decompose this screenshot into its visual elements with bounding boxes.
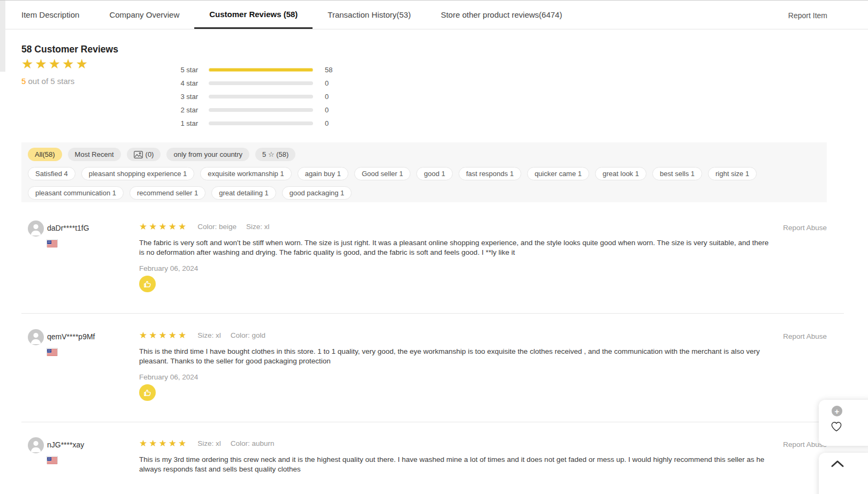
reviewer-name: qemV****p9Mf	[47, 332, 95, 341]
review-item: nJG****xay★★★★★Size: xlColor: auburnThis…	[0, 434, 868, 494]
filter-chip-0[interactable]: (0)	[127, 148, 161, 161]
score-suffix: out of 5 stars	[28, 77, 75, 86]
tab-store-other-product-reviews-6474[interactable]: Store other product reviews(6474)	[426, 1, 577, 29]
tag-chip-good-packaging-1[interactable]: good packaging 1	[282, 186, 352, 200]
histogram-count: 0	[325, 119, 329, 127]
user-avatar-icon	[28, 437, 44, 453]
score-number: 5	[21, 77, 26, 86]
reviewer-name: nJG****xay	[47, 440, 84, 449]
tag-chip-again-buy-1[interactable]: again buy 1	[298, 167, 348, 180]
histogram-row: 4 star0	[177, 77, 332, 90]
histogram-bar-fill	[209, 68, 313, 72]
user-avatar-icon	[28, 221, 44, 237]
review-text: The fabric is very soft and won't be sti…	[139, 238, 773, 257]
us-flag-icon	[47, 240, 57, 247]
tag-chip-good-seller-1[interactable]: Good seller 1	[354, 167, 410, 180]
tag-chip-great-detailing-1[interactable]: great detailing 1	[211, 186, 276, 200]
review-divider	[21, 313, 844, 314]
review-item: qemV****p9Mf★★★★★Size: xlColor: goldThis…	[0, 325, 868, 422]
tag-chip-pleasant-communication-1[interactable]: pleasant communication 1	[28, 186, 124, 200]
page-left-gutter	[0, 1, 5, 72]
reviews-summary-title: 58 Customer Reviews	[21, 44, 118, 55]
histogram-label: 5 star	[177, 66, 198, 74]
overall-score: 5 out of 5 stars	[21, 77, 74, 86]
histogram-row: 1 star0	[177, 117, 332, 130]
review-stars-icon: ★★★★★	[139, 222, 188, 231]
review-stars-icon: ★★★★★	[139, 439, 188, 448]
reviewer-name: daDr****t1fG	[47, 224, 89, 232]
floating-actions-card: +	[819, 400, 868, 446]
report-abuse-link[interactable]: Report Abuse	[783, 224, 827, 232]
review-variant: Color: beige	[197, 223, 237, 231]
us-flag-icon	[47, 457, 57, 463]
tag-chip-recommend-seller-1[interactable]: recommend seller 1	[130, 186, 205, 200]
chevron-up-icon[interactable]	[831, 460, 844, 468]
histogram-bar	[209, 95, 313, 98]
thumbs-up-icon[interactable]	[139, 276, 156, 292]
thumbs-up-icon[interactable]	[139, 384, 156, 401]
rating-histogram: 5 star584 star03 star02 star01 star0	[177, 63, 332, 130]
review-header: ★★★★★Size: xlColor: gold	[139, 331, 265, 340]
review-variant: Size: xl	[197, 439, 221, 447]
tab-customer-reviews-58[interactable]: Customer Reviews (58)	[194, 1, 313, 29]
histogram-label: 3 star	[177, 93, 198, 101]
review-date: February 06, 2024	[139, 373, 198, 381]
histogram-count: 58	[325, 66, 332, 74]
tag-chip-quicker-came-1[interactable]: quicker came 1	[527, 167, 589, 180]
histogram-count: 0	[325, 93, 329, 101]
tag-chip-right-size-1[interactable]: right size 1	[708, 167, 757, 180]
tag-chip-satisfied-4[interactable]: Satisfied 4	[28, 167, 75, 180]
histogram-count: 0	[325, 106, 329, 114]
review-stars-icon: ★★★★★	[139, 331, 188, 340]
histogram-row: 5 star58	[177, 63, 332, 77]
report-item-link[interactable]: Report Item	[788, 11, 827, 20]
plus-icon[interactable]: +	[832, 406, 842, 416]
review-header: ★★★★★Color: beigeSize: xl	[139, 222, 270, 231]
product-tab-bar: Item DescriptionCompany OverviewCustomer…	[5, 1, 868, 29]
us-flag-icon	[47, 348, 57, 355]
filter-chip-all-58[interactable]: All(58)	[28, 148, 62, 161]
histogram-bar	[209, 68, 313, 72]
user-avatar-icon	[28, 329, 44, 345]
filter-chip-5-58[interactable]: 5 ☆ (58)	[255, 148, 295, 161]
histogram-row: 2 star0	[177, 103, 332, 117]
histogram-label: 4 star	[177, 79, 198, 87]
review-date: February 06, 2024	[139, 264, 198, 272]
review-variant: Size: xl	[197, 331, 221, 339]
review-variant: Color: auburn	[231, 439, 275, 447]
back-to-top-card	[819, 453, 868, 494]
tag-chip-good-1[interactable]: good 1	[416, 167, 453, 180]
tag-chip-great-look-1[interactable]: great look 1	[595, 167, 646, 180]
histogram-count: 0	[325, 79, 329, 87]
review-divider	[21, 422, 844, 422]
histogram-bar	[209, 81, 313, 85]
tab-transaction-history-53[interactable]: Transaction History(53)	[313, 1, 425, 29]
review-variant: Color: gold	[231, 331, 265, 339]
histogram-bar	[209, 108, 313, 112]
filter-chip-most-recent[interactable]: Most Recent	[68, 148, 121, 161]
tag-chip-row: Satisfied 4pleasant shopping experience …	[28, 167, 820, 200]
review-header: ★★★★★Size: xlColor: auburn	[139, 439, 275, 448]
overall-rating-stars-icon: ★★★★★	[21, 57, 89, 72]
filter-chip-only-from-your-country[interactable]: only from your country	[166, 148, 249, 161]
histogram-bar	[209, 121, 313, 125]
review-text: This is my 3rd time ordering this crew n…	[139, 455, 773, 474]
tag-chip-exquisite-workmanship-1[interactable]: exquisite workmanship 1	[200, 167, 291, 180]
tag-chip-best-sells-1[interactable]: best sells 1	[652, 167, 702, 180]
tab-item-description[interactable]: Item Description	[6, 1, 94, 29]
filter-chip-row: All(58)Most Recent(0)only from your coun…	[28, 148, 820, 161]
image-icon	[134, 151, 143, 158]
histogram-label: 1 star	[177, 119, 198, 127]
tab-company-overview[interactable]: Company Overview	[94, 1, 194, 29]
tag-chip-pleasant-shopping-experience-1[interactable]: pleasant shopping experience 1	[81, 167, 195, 180]
review-variant: Size: xl	[246, 223, 270, 231]
tag-chip-fast-responds-1[interactable]: fast responds 1	[459, 167, 521, 180]
histogram-row: 3 star0	[177, 90, 332, 103]
report-abuse-link[interactable]: Report Abuse	[783, 332, 827, 340]
review-filters-panel: All(58)Most Recent(0)only from your coun…	[21, 142, 827, 202]
review-text: This is the third time I have bought clo…	[139, 347, 773, 366]
histogram-label: 2 star	[177, 106, 198, 114]
review-item: daDr****t1fG★★★★★Color: beigeSize: xlThe…	[0, 217, 868, 313]
heart-icon[interactable]	[831, 421, 842, 432]
